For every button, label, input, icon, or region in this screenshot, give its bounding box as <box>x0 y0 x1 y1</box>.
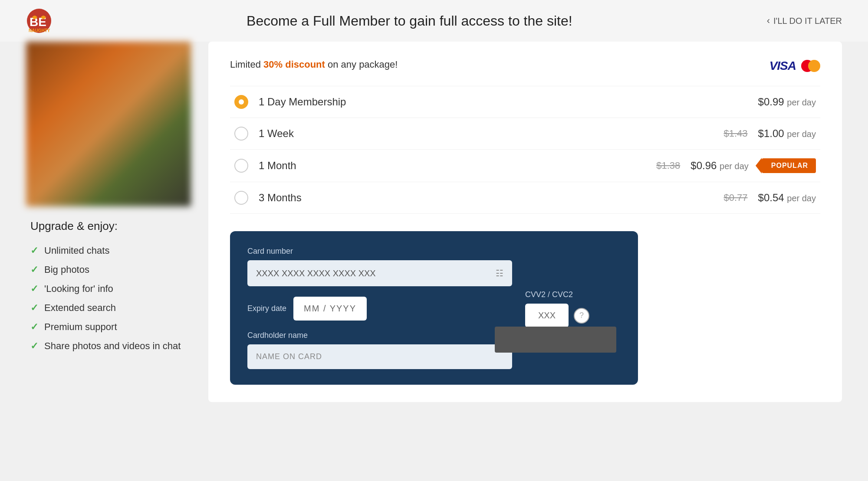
radio-day[interactable] <box>234 95 248 109</box>
check-icon: ✓ <box>30 302 38 314</box>
card-number-field[interactable]: XXXX XXXX XXXX XXXX XXX ☷ <box>247 260 512 286</box>
header: BE NAUGHTY Become a Full Member to gain … <box>0 0 868 42</box>
chevron-left-icon: ‹ <box>767 15 770 26</box>
plan-row-day[interactable]: 1 Day Membership $0.99 per day <box>230 86 820 118</box>
plan-row-3months[interactable]: 3 Months $0.77 $0.54 per day <box>230 182 820 214</box>
cvv-help-icon[interactable]: ? <box>574 308 589 324</box>
logo: BE NAUGHTY <box>26 8 52 34</box>
payment-right: CVV2 / CVC2 XXX ? <box>525 247 621 327</box>
payment-form: Card number XXXX XXXX XXXX XXXX XXX ☷ Ex… <box>230 231 638 385</box>
price-original-week: $1.43 <box>723 128 747 139</box>
feature-label: 'Looking for' info <box>44 283 113 294</box>
check-icon: ✓ <box>30 264 38 275</box>
discount-suffix: on any package! <box>325 59 398 70</box>
feature-list: ✓ Unlimited chats ✓ Big photos ✓ 'Lookin… <box>30 245 187 352</box>
plan-name-month: 1 Month <box>259 160 656 172</box>
card-number-label: Card number <box>247 247 512 256</box>
check-icon: ✓ <box>30 245 38 256</box>
check-icon: ✓ <box>30 283 38 294</box>
expiry-label: Expiry date <box>247 304 286 313</box>
visa-logo: VISA <box>769 59 796 73</box>
expiry-field[interactable]: MM / YYYY <box>293 297 367 321</box>
cardholder-placeholder: NAME ON CARD <box>256 352 322 361</box>
cardholder-field[interactable]: NAME ON CARD <box>247 344 512 369</box>
feature-label: Share photos and videos in chat <box>44 340 181 352</box>
list-item: ✓ Extended search <box>30 302 187 314</box>
upgrade-section: Upgrade & enjoy: ✓ Unlimited chats ✓ Big… <box>26 206 191 360</box>
radio-week[interactable] <box>234 127 248 141</box>
price-original-3months: $0.77 <box>723 192 747 203</box>
cvv-placeholder: XXX <box>538 311 556 320</box>
skip-label: I'LL DO IT LATER <box>773 16 842 26</box>
discount-banner: Limited 30% discount on any package! <box>230 59 820 70</box>
list-item: ✓ 'Looking for' info <box>30 283 187 294</box>
page-title: Become a Full Member to gain full access… <box>52 13 767 29</box>
feature-label: Big photos <box>44 264 89 275</box>
feature-label: Unlimited chats <box>44 245 109 256</box>
plan-row-week[interactable]: 1 Week $1.43 $1.00 per day <box>230 118 820 150</box>
upgrade-title: Upgrade & enjoy: <box>30 219 187 233</box>
pricing-options: 1 Day Membership $0.99 per day 1 Week $1… <box>230 86 820 214</box>
price-month: $0.96 per day <box>690 160 748 172</box>
list-item: ✓ Unlimited chats <box>30 245 187 256</box>
per-day-3months: per day <box>787 193 816 203</box>
cardholder-label: Cardholder name <box>247 331 512 340</box>
per-day-day: per day <box>787 98 816 107</box>
per-day-month: per day <box>720 161 749 171</box>
mc-circle-right <box>808 60 820 72</box>
expiry-placeholder: MM / YYYY <box>304 304 356 313</box>
list-item: ✓ Premium support <box>30 321 187 333</box>
skip-link[interactable]: ‹ I'LL DO IT LATER <box>767 15 842 26</box>
list-item: ✓ Share photos and videos in chat <box>30 340 187 352</box>
price-3months: $0.54 per day <box>758 192 816 204</box>
profile-image <box>26 42 191 206</box>
price-original-month: $1.38 <box>656 160 680 171</box>
feature-label: Premium support <box>44 321 117 333</box>
card-number-placeholder: XXXX XXXX XXXX XXXX XXX <box>256 268 376 278</box>
svg-text:NAUGHTY: NAUGHTY <box>29 28 50 33</box>
popular-badge: POPULAR <box>762 158 816 173</box>
dark-stripe <box>495 327 616 353</box>
main-layout: Upgrade & enjoy: ✓ Unlimited chats ✓ Big… <box>0 42 868 419</box>
check-icon: ✓ <box>30 340 38 352</box>
cvv-label: CVV2 / CVC2 <box>525 290 621 299</box>
check-icon: ✓ <box>30 321 38 333</box>
mastercard-logo <box>801 60 820 72</box>
plan-row-month[interactable]: 1 Month $1.38 $0.96 per day POPULAR <box>230 150 820 182</box>
per-day-week: per day <box>787 129 816 139</box>
plan-name-3months: 3 Months <box>259 192 723 204</box>
radio-3months[interactable] <box>234 191 248 205</box>
cvv-row: XXX ? <box>525 304 621 327</box>
payment-logos: VISA <box>769 59 820 73</box>
benaughty-logo-icon: BE NAUGHTY <box>26 8 52 34</box>
plan-name-day: 1 Day Membership <box>259 96 758 108</box>
list-item: ✓ Big photos <box>30 264 187 275</box>
plan-name-week: 1 Week <box>259 128 723 140</box>
radio-month[interactable] <box>234 159 248 173</box>
discount-text: Limited <box>230 59 263 70</box>
price-week: $1.00 per day <box>758 128 816 140</box>
payment-row: Card number XXXX XXXX XXXX XXXX XXX ☷ Ex… <box>247 247 621 369</box>
sidebar: Upgrade & enjoy: ✓ Unlimited chats ✓ Big… <box>26 42 191 360</box>
expiry-row: Expiry date MM / YYYY <box>247 297 512 321</box>
card-icon: ☷ <box>496 268 503 278</box>
cvv-field[interactable]: XXX <box>525 304 569 327</box>
payment-left: Card number XXXX XXXX XXXX XXXX XXX ☷ Ex… <box>247 247 512 369</box>
price-day: $0.99 per day <box>758 96 816 108</box>
feature-label: Extended search <box>44 302 116 314</box>
pricing-content: VISA Limited 30% discount on any package… <box>208 42 842 402</box>
discount-highlight: 30% discount <box>263 59 325 70</box>
